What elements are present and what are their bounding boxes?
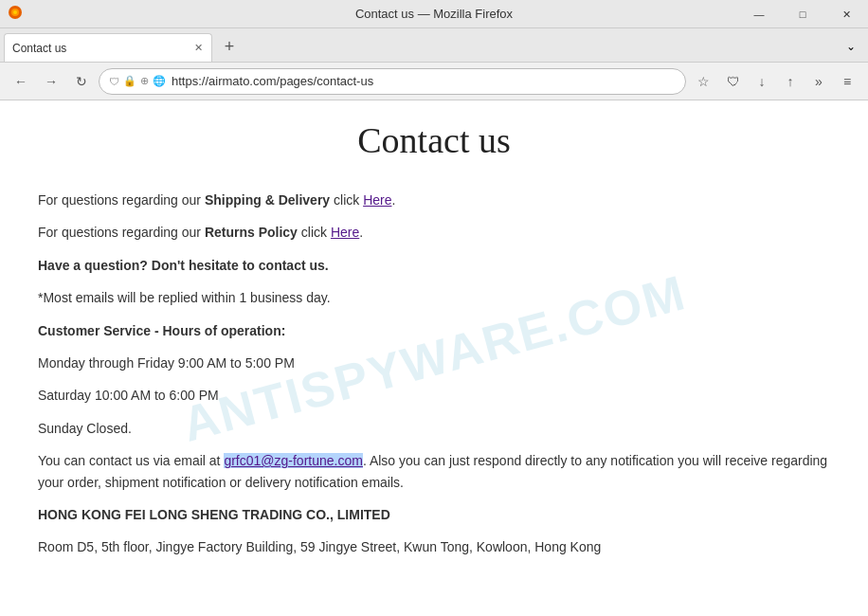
shipping-prefix: For questions regarding our (38, 192, 205, 208)
page-title: Contact us (38, 119, 830, 161)
titlebar: Contact us — Mozilla Firefox — □ ✕ (0, 0, 868, 28)
tab-close-button[interactable]: ✕ (190, 41, 206, 56)
downloads-button[interactable]: ↓ (749, 68, 775, 95)
svg-point-2 (13, 10, 17, 14)
url-security-icons: 🛡 🔒 ⊕ 🌐 (109, 75, 166, 87)
page-body: For questions regarding our Shipping & D… (38, 190, 830, 558)
email-note: *Most emails will be replied within 1 bu… (38, 287, 830, 308)
contact-line: You can contact us via email at grfc01@z… (38, 450, 830, 493)
menu-button[interactable]: ≡ (834, 68, 860, 95)
bookmark-button[interactable]: ☆ (690, 68, 716, 95)
active-tab[interactable]: Contact us ✕ (4, 33, 212, 62)
window-controls: — □ ✕ (737, 0, 868, 28)
nav-right-buttons: 🛡 ↓ ↑ » ≡ (720, 68, 860, 95)
url-bar[interactable]: 🛡 🔒 ⊕ 🌐 https://airmato.com/pages/contac… (99, 68, 686, 95)
globe-icon: 🌐 (153, 75, 166, 87)
window-title: Contact us — Mozilla Firefox (355, 7, 513, 21)
tab-label: Contact us (12, 42, 66, 55)
company-address: Room D5, 5th floor, Jingye Factory Build… (38, 536, 830, 557)
hours-line2: Saturday 10:00 AM to 6:00 PM (38, 385, 830, 406)
contact-prefix: You can contact us via email at (38, 453, 224, 468)
company-name-text: HONG KONG FEI LONG SHENG TRADING CO., LI… (38, 507, 390, 522)
hours-line1: Monday through Friday 9:00 AM to 5:00 PM (38, 353, 830, 373)
forward-button[interactable]: → (38, 68, 64, 95)
question-text: Have a question? Don't hesitate to conta… (38, 255, 830, 276)
company-name: HONG KONG FEI LONG SHENG TRADING CO., LI… (38, 504, 830, 525)
contact-email-link[interactable]: grfc01@zg-fortune.com (224, 453, 363, 468)
returns-suffix: . (359, 225, 363, 240)
question-content: Have a question? Don't hesitate to conta… (38, 258, 329, 273)
refresh-button[interactable]: ↻ (68, 68, 95, 95)
page-content-area: ANTISPYWARE.COM Contact us For questions… (0, 100, 868, 616)
returns-prefix: For questions regarding our (38, 225, 205, 240)
shipping-line: For questions regarding our Shipping & D… (38, 190, 830, 210)
returns-bold: Returns Policy (205, 225, 298, 240)
returns-link[interactable]: Here (331, 225, 359, 240)
tabbar: Contact us ✕ + ⌄ (0, 28, 868, 63)
share-button[interactable]: ↑ (777, 68, 804, 95)
tracking-icon: ⊕ (140, 75, 149, 87)
close-button[interactable]: ✕ (824, 0, 868, 28)
maximize-button[interactable]: □ (781, 0, 824, 28)
back-button[interactable]: ← (8, 68, 34, 95)
more-tools-button[interactable]: » (805, 68, 832, 95)
returns-mid: click (298, 225, 331, 240)
firefox-icon (8, 5, 23, 24)
returns-line: For questions regarding our Returns Poli… (38, 222, 830, 243)
cs-heading-text: Customer Service - Hours of operation: (38, 323, 285, 338)
shipping-bold: Shipping & Delivery (205, 192, 330, 208)
navbar: ← → ↻ 🛡 🔒 ⊕ 🌐 https://airmato.com/pages/… (0, 63, 868, 100)
lock-icon: 🔒 (123, 75, 136, 87)
shipping-link[interactable]: Here (363, 192, 391, 208)
hours-line3: Sunday Closed. (38, 418, 830, 439)
shipping-suffix: . (391, 192, 395, 208)
shield-icon: 🛡 (109, 76, 119, 87)
shield-vpn-button[interactable]: 🛡 (720, 68, 747, 95)
url-text: https://airmato.com/pages/contact-us (172, 74, 676, 88)
tab-list-button[interactable]: ⌄ (838, 33, 864, 60)
shipping-mid: click (330, 192, 363, 208)
minimize-button[interactable]: — (737, 0, 781, 28)
customer-service-heading: Customer Service - Hours of operation: (38, 320, 830, 341)
new-tab-button[interactable]: + (216, 33, 243, 60)
